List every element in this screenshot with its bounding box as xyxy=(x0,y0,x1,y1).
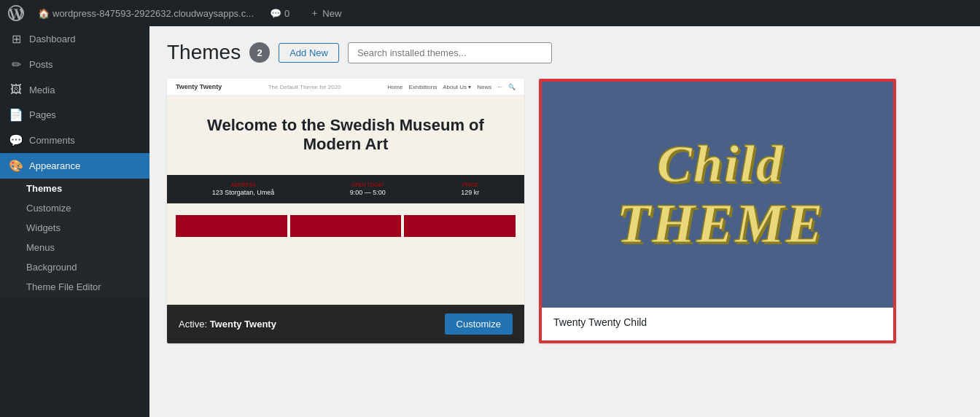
theme-preview-twenty-twenty: Twenty Twenty The Default Theme for 2020… xyxy=(167,79,524,305)
themes-count-badge: 2 xyxy=(249,42,270,63)
child-theme-name: Twenty Twenty Child xyxy=(553,316,647,328)
sidebar-item-comments[interactable]: 💬 Comments xyxy=(0,128,149,153)
child-theme-text: Child THEME xyxy=(617,136,825,254)
dashboard-icon: ⊞ xyxy=(9,32,23,46)
media-icon: 🖼 xyxy=(9,83,23,96)
plus-icon: ＋ xyxy=(310,7,319,20)
price-col: PRICE 129 kr xyxy=(461,182,479,196)
sidebar: ⊞ Dashboard ✏ Posts 🖼 Media 📄 Pages 💬 Co… xyxy=(0,26,149,417)
preview-bar-2 xyxy=(290,215,402,237)
preview-brand: Twenty Twenty xyxy=(176,83,222,90)
sidebar-item-appearance[interactable]: 🎨 Appearance xyxy=(0,153,149,179)
main-content: Themes 2 Add New Twenty Twenty The Defau… xyxy=(149,26,980,417)
address-col: ADDRESS 123 Storgatan, Umeå xyxy=(212,182,275,196)
active-label: Active: Twenty Twenty xyxy=(179,319,276,330)
sidebar-item-background[interactable]: Background xyxy=(0,257,149,277)
layout: ⊞ Dashboard ✏ Posts 🖼 Media 📄 Pages 💬 Co… xyxy=(0,26,980,417)
posts-icon: ✏ xyxy=(9,58,23,71)
sidebar-item-theme-file-editor[interactable]: Theme File Editor xyxy=(0,277,149,297)
preview-bar-1 xyxy=(176,215,287,237)
new-menu[interactable]: ＋ New xyxy=(306,4,346,23)
active-theme-bar: Active: Twenty Twenty Customize xyxy=(167,305,524,343)
sidebar-item-customize[interactable]: Customize xyxy=(0,198,149,218)
page-title: Themes xyxy=(167,41,241,64)
home-icon: 🏠 xyxy=(38,8,50,19)
sidebar-item-pages[interactable]: 📄 Pages xyxy=(0,102,149,128)
preview-footer-bars xyxy=(167,209,524,243)
sidebar-item-posts[interactable]: ✏ Posts xyxy=(0,52,149,77)
sidebar-item-themes[interactable]: Themes xyxy=(0,179,149,198)
child-theme-preview: Child THEME xyxy=(542,82,896,308)
add-new-button[interactable]: Add New xyxy=(279,43,339,63)
theme-card-child[interactable]: Child THEME Twenty Twenty Child xyxy=(539,79,896,343)
wp-logo[interactable] xyxy=(6,3,26,23)
comments-icon: 💬 xyxy=(9,133,23,147)
pages-icon: 📄 xyxy=(9,108,23,122)
preview-nav-links: Home Exhibitions About Us ▾ News ··· 🔍 xyxy=(387,84,516,90)
open-today-col: OPEN TODAY 9:00 — 5:00 xyxy=(350,182,386,196)
themes-header: Themes 2 Add New xyxy=(167,41,962,64)
preview-nav: Twenty Twenty The Default Theme for 2020… xyxy=(167,79,524,96)
preview-hero: Welcome to the Swedish Museum of Modern … xyxy=(167,96,524,169)
sidebar-item-media[interactable]: 🖼 Media xyxy=(0,77,149,102)
search-input[interactable] xyxy=(348,42,552,63)
preview-info-bar: ADDRESS 123 Storgatan, Umeå OPEN TODAY 9… xyxy=(167,175,524,203)
sidebar-item-dashboard[interactable]: ⊞ Dashboard xyxy=(0,26,149,52)
preview-bar-3 xyxy=(404,215,516,237)
sidebar-item-menus[interactable]: Menus xyxy=(0,238,149,257)
customize-button[interactable]: Customize xyxy=(445,313,513,335)
themes-grid: Twenty Twenty The Default Theme for 2020… xyxy=(167,79,962,343)
appearance-submenu: Themes Customize Widgets Menus Backgroun… xyxy=(0,179,149,297)
comments-link[interactable]: 💬 0 xyxy=(265,5,294,22)
comment-icon: 💬 xyxy=(270,8,281,19)
theme-card-twenty-twenty[interactable]: Twenty Twenty The Default Theme for 2020… xyxy=(167,79,524,343)
sidebar-item-widgets[interactable]: Widgets xyxy=(0,218,149,238)
admin-bar: 🏠 wordpress-847593-2922632.cloudwaysapps… xyxy=(0,0,980,26)
site-url[interactable]: 🏠 wordpress-847593-2922632.cloudwaysapps… xyxy=(38,8,254,19)
appearance-icon: 🎨 xyxy=(9,159,23,173)
preview-tagline: The Default Theme for 2020 xyxy=(268,84,341,90)
child-theme-name-bar: Twenty Twenty Child xyxy=(542,308,893,337)
